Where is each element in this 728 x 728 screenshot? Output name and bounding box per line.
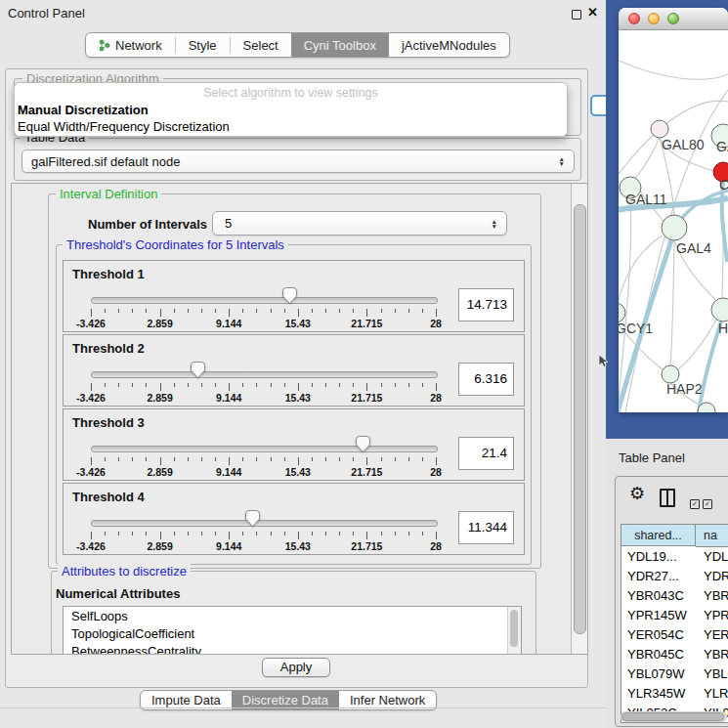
node-gal80[interactable] [651, 120, 668, 138]
close-traffic-light-icon[interactable] [628, 13, 640, 24]
slider-tick [229, 457, 230, 465]
attribute-item-topologicalcoefficient[interactable]: TopologicalCoefficient [64, 624, 521, 642]
column-header-na[interactable]: na [696, 525, 728, 547]
slider-tick [91, 383, 92, 391]
apply-button[interactable]: Apply [262, 658, 330, 677]
tab-label: Style [189, 38, 217, 53]
slider-rail[interactable] [91, 297, 438, 304]
attributes-list-scrollbar[interactable] [507, 607, 521, 655]
slider-tick [91, 309, 92, 317]
slider-tick [132, 457, 133, 461]
attribute-item-betweennesscentrality[interactable]: BetweennessCentrality [64, 642, 521, 655]
checkboxes-icon[interactable]: ✓✓ [690, 492, 715, 510]
table-panel-title: Table Panel [619, 450, 685, 465]
number-of-intervals-value: 5 [213, 216, 232, 231]
tab-style[interactable]: Style [176, 33, 230, 57]
slider-rail[interactable] [91, 520, 438, 527]
slider-tick [201, 532, 202, 535]
table-row[interactable]: YBR045CYBR0 [621, 645, 728, 664]
minimize-traffic-light-icon[interactable] [648, 13, 660, 24]
zoom-traffic-light-icon[interactable] [667, 13, 679, 24]
settings-scroll-view: Interval Definition Number of Intervals … [11, 183, 588, 655]
slider-tick [353, 457, 354, 461]
threshold-value-field[interactable]: 11.344 [458, 511, 514, 544]
scrollbar-thumb[interactable] [510, 610, 518, 647]
column-header-shared-[interactable]: shared... [621, 525, 696, 546]
node-h[interactable] [711, 298, 728, 321]
table-row[interactable]: YBL079WYBL0 [621, 664, 728, 684]
threshold-4-box: Threshold 4-3.4262.8599.14415.4321.71528… [63, 483, 525, 555]
table-row[interactable]: YPR145WYPR1 [621, 606, 728, 625]
algorithm-option-manual-discretization[interactable]: Manual Discretization [18, 103, 149, 117]
number-of-intervals-label: Number of Intervals [88, 217, 207, 232]
slider-tick [312, 309, 313, 313]
slider-rail[interactable] [91, 371, 438, 378]
algorithm-option-equal-width-frequency-discretization[interactable]: Equal Width/Frequency Discretization [18, 119, 230, 134]
slider-tick [366, 457, 367, 465]
slider-tick [395, 383, 396, 387]
table-horizontal-scrollbar[interactable] [621, 711, 727, 722]
table-row[interactable]: YER054CYER0 [621, 625, 728, 645]
number-of-intervals-combobox[interactable]: 5 ▲▼ [212, 211, 507, 236]
threshold-value-field[interactable]: 21.4 [458, 437, 514, 470]
slider-handle[interactable] [190, 361, 206, 383]
slider-tick [256, 309, 257, 313]
float-window-icon[interactable] [572, 10, 581, 20]
slider-tick [242, 457, 243, 461]
tab-jactivemnodules[interactable]: jActiveMNodules [389, 33, 509, 57]
algorithm-dropdown[interactable]: Select algorithm to view settings Manual… [14, 82, 568, 137]
table-row[interactable]: YDR27...YDR2 [621, 567, 728, 586]
table-row[interactable]: YDL19...YDL1 [621, 547, 728, 567]
table-row[interactable]: YBR043CYBR0 [621, 586, 728, 606]
tab-network[interactable]: Network [86, 33, 175, 57]
tab-label: jActiveMNodules [402, 38, 496, 53]
slider-rail[interactable] [91, 446, 438, 452]
columns-icon[interactable] [660, 489, 675, 507]
table-cell: YDR2 [696, 567, 728, 586]
tab-select[interactable]: Select [231, 33, 291, 57]
slider-tick [105, 457, 106, 461]
stepper-icon[interactable]: ▲▼ [559, 156, 565, 166]
slider-tick [436, 532, 437, 539]
slider-tick-label: 28 [430, 392, 442, 404]
slider-tick [436, 309, 437, 317]
network-canvas[interactable]: GAL80GACGAL11GAL4GCY1HHAP2 [619, 29, 728, 412]
gear-icon[interactable]: ⚙ [629, 483, 645, 504]
threshold-1-box: Threshold 1-3.4262.8599.14415.4321.71528… [63, 260, 525, 332]
settings-vertical-scrollbar[interactable] [571, 184, 587, 654]
tab-label: Infer Network [350, 693, 425, 707]
table-data-combobox[interactable]: galFiltered.sif default node ▲▼ [21, 150, 575, 173]
table-row[interactable]: YLR345WYLR3 [621, 684, 728, 704]
slider-tick [366, 383, 367, 391]
slider-tick [422, 532, 423, 535]
slider-handle[interactable] [355, 435, 371, 457]
node-gcy1[interactable] [619, 303, 625, 322]
close-icon[interactable]: ✕ [587, 5, 598, 20]
checkbox-icon[interactable]: ✓ [703, 499, 712, 509]
network-window-titlebar[interactable] [619, 8, 728, 30]
desktop-background: GAL80GACGAL11GAL4GCY1HHAP2 [606, 0, 728, 439]
slider-tick-label: 2.859 [147, 466, 172, 478]
scrollbar-thumb[interactable] [621, 712, 724, 721]
stepper-icon[interactable]: ▲▼ [492, 219, 497, 229]
application-window: Control Panel ✕ NetworkStyleSelectCyni T… [0, 0, 728, 728]
checkbox-icon[interactable]: ✓ [690, 499, 700, 509]
node-gal4[interactable] [662, 215, 687, 240]
threshold-value-field[interactable]: 14.713 [458, 288, 514, 321]
network-view-window[interactable]: GAL80GACGAL11GAL4GCY1HHAP2 [619, 8, 728, 412]
slider-handle[interactable] [281, 286, 298, 309]
slider-tick-label: -3.426 [76, 466, 106, 478]
right-panel: GAL80GACGAL11GAL4GCY1HHAP2 Table Panel ⚙… [606, 0, 728, 728]
threshold-value-field[interactable]: 6.316 [458, 363, 514, 396]
slider-tick [160, 309, 161, 317]
tab-cyni-toolbox[interactable]: Cyni Toolbox [291, 33, 389, 57]
slider-tick [339, 532, 340, 535]
table-cell: YDL1 [696, 547, 728, 567]
node-label: GAL11 [625, 192, 667, 207]
slider-tick [201, 309, 202, 313]
slider-handle[interactable] [244, 509, 261, 532]
thresholds-group-title: Threshold's Coordinates for 5 Intervals [63, 237, 288, 252]
divider [0, 707, 606, 708]
attribute-item-selfloops[interactable]: SelfLoops [64, 607, 521, 624]
scrollbar-thumb[interactable] [574, 204, 586, 634]
